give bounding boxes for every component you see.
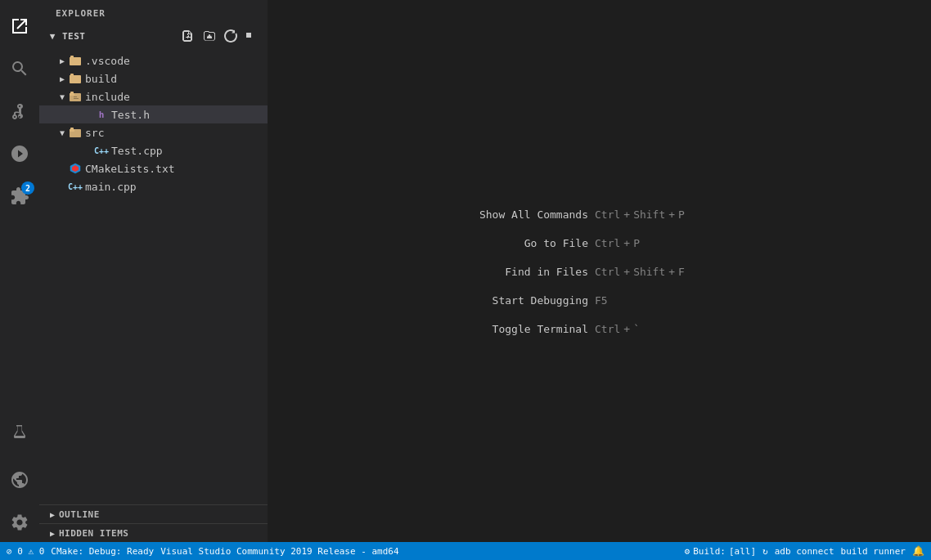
adb-text: adb connect	[775, 546, 834, 557]
hidden-items-section-header[interactable]: ▶ HIDDEN ITEMS	[39, 524, 268, 542]
test-h-label: Test.h	[111, 109, 150, 121]
status-bar: ⊘ 0 ⚠ 0 CMake: Debug: Ready Visual Studi…	[0, 542, 931, 560]
start-debug-keys: F5	[595, 293, 742, 306]
hidden-chevron: ▶	[46, 526, 59, 540]
key-ctrl-5: Ctrl	[595, 322, 620, 334]
errors-warnings-status[interactable]: ⊘ 0 ⚠ 0	[7, 546, 44, 557]
search-icon[interactable]	[0, 49, 39, 88]
outline-chevron: ▶	[46, 508, 59, 521]
flask-icon[interactable]	[0, 414, 39, 454]
svg-rect-17	[74, 98, 79, 99]
sidebar-header: EXPLORER	[39, 0, 268, 24]
new-folder-btn[interactable]	[200, 27, 218, 45]
key-ctrl-1: Ctrl	[595, 208, 620, 220]
main-cpp-item[interactable]: ▶ C++ main.cpp	[39, 177, 268, 195]
key-p-2: P	[633, 236, 640, 249]
src-chevron: ▼	[56, 126, 69, 139]
collapse-btn[interactable]	[243, 27, 261, 45]
settings-icon[interactable]	[0, 503, 39, 542]
test-folder-chevron[interactable]: ▼	[46, 29, 59, 43]
go-to-file-label: Go to File	[457, 236, 588, 249]
key-shift-3: Shift	[633, 265, 665, 277]
svg-rect-16	[74, 96, 77, 97]
cmakelists-icon	[69, 162, 82, 175]
status-right: ⚙ Build: [all] ↻ adb connect build runne…	[685, 545, 924, 557]
toggle-terminal-keys: Ctrl + `	[595, 322, 742, 334]
svg-rect-9	[70, 56, 74, 58]
bell-status[interactable]: 🔔	[912, 545, 924, 557]
start-debug-label: Start Debugging	[457, 293, 588, 306]
build-folder-item[interactable]: ▶ build	[39, 69, 268, 87]
include-folder-item[interactable]: ▼ include	[39, 87, 268, 105]
svg-rect-3	[187, 35, 188, 36]
file-tree: ▶ .vscode ▶ build ▼ include	[39, 48, 268, 504]
key-shift-1: Shift	[633, 208, 665, 220]
vscode-folder-label: .vscode	[85, 55, 130, 67]
status-left: ⊘ 0 ⚠ 0 CMake: Debug: Ready Visual Studi…	[7, 546, 399, 557]
build-target: [all]	[729, 546, 756, 557]
new-file-btn[interactable]	[179, 27, 197, 45]
test-h-item[interactable]: ▶ h Test.h	[39, 105, 268, 123]
build-chevron: ▶	[56, 72, 69, 85]
explorer-icon[interactable]	[0, 7, 39, 46]
bell-icon: 🔔	[912, 545, 924, 557]
include-folder-icon	[69, 90, 82, 103]
key-ctrl-3: Ctrl	[595, 265, 620, 277]
key-f: F	[678, 265, 685, 277]
sync-status[interactable]: ↻	[762, 546, 768, 557]
cmakelists-label: CMakeLists.txt	[85, 163, 175, 175]
test-cpp-icon: C++	[95, 144, 108, 157]
shortcut-find-in-files: Find in Files Ctrl + Shift + F	[457, 265, 742, 277]
adb-connect-status[interactable]: adb connect	[775, 546, 834, 557]
svg-rect-12	[70, 74, 74, 76]
find-in-files-label: Find in Files	[457, 265, 588, 277]
build-folder-label: build	[85, 73, 117, 85]
src-folder-icon	[69, 126, 82, 139]
key-backtick: `	[633, 322, 640, 334]
src-folder-item[interactable]: ▼ src	[39, 123, 268, 141]
key-f5: F5	[595, 293, 608, 306]
shortcuts-overlay: Show All Commands Ctrl + Shift + P Go to…	[457, 208, 742, 334]
hidden-items-label: HIDDEN ITEMS	[59, 528, 128, 539]
key-ctrl-2: Ctrl	[595, 236, 620, 249]
hidden-items-section: ▶ HIDDEN ITEMS	[39, 523, 268, 542]
vscode-folder-icon	[69, 54, 82, 67]
test-h-icon: h	[95, 108, 108, 121]
extensions-icon[interactable]: 2	[0, 177, 39, 216]
refresh-btn[interactable]	[222, 27, 240, 45]
build-text: Build:	[693, 546, 726, 557]
main-cpp-label: main.cpp	[85, 181, 137, 193]
svg-rect-20	[70, 128, 74, 130]
cmake-status[interactable]: CMake: Debug: Ready	[51, 546, 154, 557]
find-in-files-keys: Ctrl + Shift + F	[595, 265, 742, 277]
gear-build-status[interactable]: ⚙ Build: [all]	[685, 546, 757, 557]
main-area: Show All Commands Ctrl + Shift + P Go to…	[268, 0, 931, 542]
gear-icon-status: ⚙	[685, 546, 690, 557]
show-commands-keys: Ctrl + Shift + P	[595, 208, 742, 220]
sidebar: EXPLORER ▼ TEST	[39, 0, 268, 542]
outline-section-header[interactable]: ▶ OUTLINE	[39, 505, 268, 523]
extensions-badge: 2	[21, 181, 34, 195]
debug-icon[interactable]	[0, 134, 39, 173]
test-cpp-item[interactable]: ▶ C++ Test.cpp	[39, 141, 268, 159]
vscode-chevron: ▶	[56, 54, 69, 67]
outline-section: ▶ OUTLINE	[39, 504, 268, 523]
remote-icon[interactable]	[0, 460, 39, 500]
sidebar-toolbar: ▼ TEST	[39, 24, 268, 48]
build-runner-status[interactable]: build runner	[841, 546, 906, 557]
src-folder-label: src	[85, 127, 104, 139]
workspace-title: TEST	[62, 31, 176, 42]
source-control-icon[interactable]	[0, 92, 39, 131]
main-cpp-icon: C++	[69, 180, 82, 193]
vs-version-status[interactable]: Visual Studio Community 2019 Release - a…	[160, 546, 398, 557]
vscode-folder-item[interactable]: ▶ .vscode	[39, 52, 268, 69]
activity-bar: 2	[0, 0, 39, 542]
show-commands-label: Show All Commands	[457, 208, 588, 220]
cmakelists-item[interactable]: ▶ CMakeLists.txt	[39, 159, 268, 177]
runner-text: build runner	[841, 546, 906, 557]
sync-icon: ↻	[762, 546, 768, 557]
build-folder-icon	[69, 72, 82, 85]
svg-rect-2	[186, 37, 191, 38]
include-chevron: ▼	[56, 90, 69, 103]
cmake-text: CMake: Debug: Ready	[51, 546, 154, 557]
